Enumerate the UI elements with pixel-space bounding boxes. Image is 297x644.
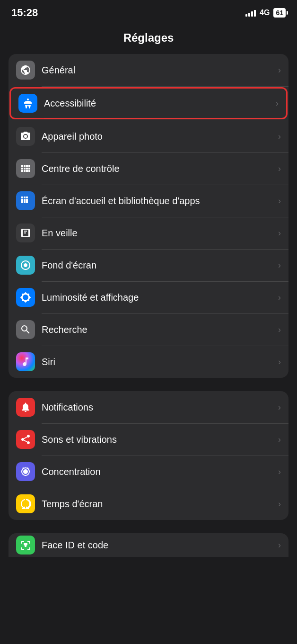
notifications-label: Notifications <box>42 401 274 413</box>
accessibility-chevron: › <box>276 98 279 108</box>
settings-item-faceid[interactable]: Face ID et code › <box>9 533 288 557</box>
home-screen-chevron: › <box>278 196 281 206</box>
notifications-icon <box>16 398 35 417</box>
brightness-icon <box>16 288 35 307</box>
siri-label: Siri <box>42 356 274 368</box>
accessibility-icon <box>18 94 37 113</box>
search-icon <box>16 320 35 339</box>
faceid-label: Face ID et code <box>42 539 274 551</box>
control-center-label: Centre de contrôle <box>42 162 274 175</box>
brightness-chevron: › <box>278 293 281 303</box>
settings-item-brightness[interactable]: Luminosité et affichage › <box>9 281 288 313</box>
standby-icon <box>16 224 35 242</box>
settings-item-focus[interactable]: Concentration › <box>9 456 288 488</box>
signal-bar-2 <box>248 13 250 17</box>
status-bar: 15:28 4G 61 <box>0 0 297 24</box>
settings-item-wallpaper[interactable]: Fond d'écran › <box>9 249 288 281</box>
svg-point-0 <box>27 98 29 100</box>
settings-item-camera[interactable]: Appareil photo › <box>9 120 288 152</box>
brightness-label: Luminosité et affichage <box>42 291 274 304</box>
camera-icon <box>16 127 35 146</box>
settings-group-2: Notifications › Sons et vibrations › Con… <box>9 391 288 520</box>
status-time: 15:28 <box>11 7 38 19</box>
signal-bar-1 <box>245 14 247 17</box>
signal-bars <box>245 9 256 17</box>
search-chevron: › <box>278 325 281 335</box>
focus-label: Concentration <box>42 465 274 478</box>
camera-chevron: › <box>278 132 281 142</box>
settings-item-search[interactable]: Recherche › <box>9 313 288 346</box>
network-type: 4G <box>260 9 270 17</box>
signal-bar-4 <box>254 10 256 17</box>
search-label: Recherche <box>42 323 274 336</box>
settings-item-standby[interactable]: En veille › <box>9 217 288 249</box>
sounds-icon <box>16 430 35 449</box>
general-chevron: › <box>278 65 281 75</box>
wallpaper-icon <box>16 256 35 275</box>
siri-chevron: › <box>278 357 281 367</box>
settings-item-siri[interactable]: Siri › <box>9 346 288 378</box>
settings-item-home-screen[interactable]: Écran d'accueil et bibliothèque d'apps › <box>9 185 288 217</box>
settings-item-general[interactable]: Général › <box>9 54 288 86</box>
standby-chevron: › <box>278 228 281 238</box>
focus-chevron: › <box>278 467 281 477</box>
settings-group-1: Général › Accessibilité › Appareil photo… <box>9 54 288 378</box>
faceid-icon <box>16 536 35 555</box>
screentime-icon <box>16 494 35 513</box>
control-center-chevron: › <box>278 164 281 174</box>
screentime-chevron: › <box>278 499 281 509</box>
notifications-chevron: › <box>278 402 281 412</box>
wallpaper-chevron: › <box>278 260 281 270</box>
settings-item-sounds[interactable]: Sons et vibrations › <box>9 423 288 456</box>
status-right: 4G 61 <box>245 8 286 18</box>
settings-item-accessibility[interactable]: Accessibilité › <box>9 87 288 119</box>
standby-label: En veille <box>42 227 274 239</box>
siri-icon <box>16 352 35 371</box>
sounds-label: Sons et vibrations <box>42 433 274 446</box>
home-screen-label: Écran d'accueil et bibliothèque d'apps <box>42 195 274 207</box>
settings-item-screentime[interactable]: Temps d'écran › <box>9 488 288 520</box>
wallpaper-label: Fond d'écran <box>42 259 274 271</box>
general-icon <box>16 61 35 80</box>
control-center-icon <box>16 159 35 178</box>
general-label: Général <box>42 64 274 76</box>
camera-label: Appareil photo <box>42 130 274 143</box>
signal-bar-3 <box>251 11 253 17</box>
battery-indicator: 61 <box>273 8 286 18</box>
settings-item-notifications[interactable]: Notifications › <box>9 391 288 423</box>
battery-level: 61 <box>276 9 283 17</box>
accessibility-label: Accessibilité <box>44 97 272 109</box>
faceid-chevron: › <box>278 540 281 550</box>
page-title: Réglages <box>0 24 297 54</box>
focus-icon <box>16 462 35 481</box>
home-screen-icon <box>16 191 35 210</box>
sounds-chevron: › <box>278 435 281 445</box>
screentime-label: Temps d'écran <box>42 498 274 510</box>
settings-item-control-center[interactable]: Centre de contrôle › <box>9 152 288 185</box>
